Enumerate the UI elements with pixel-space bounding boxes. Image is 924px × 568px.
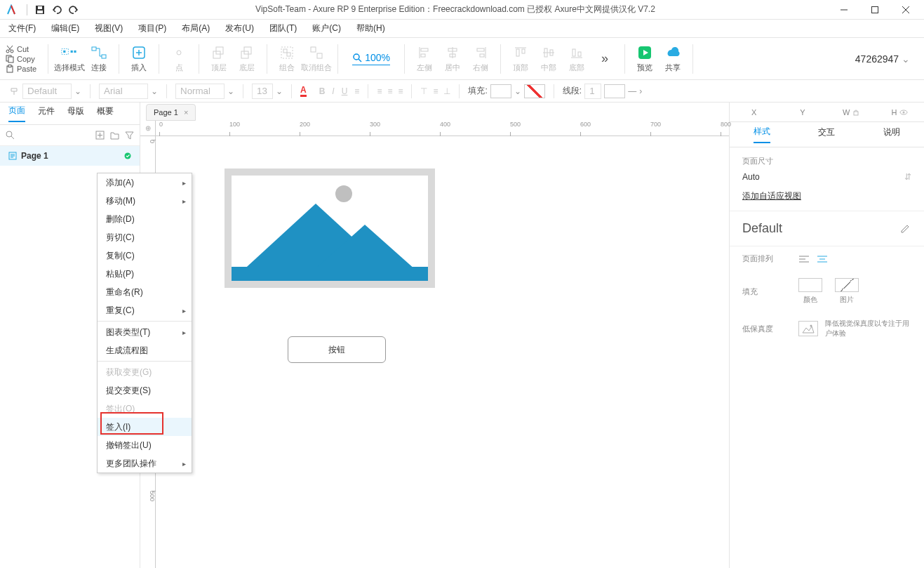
valign-bot[interactable]: ⊥ (443, 86, 450, 96)
ctx-commit[interactable]: 提交变更(S) (98, 381, 192, 399)
connect-button[interactable]: 连接 (85, 44, 113, 73)
lock-icon[interactable] (852, 109, 859, 116)
weight-picker[interactable]: ⌄ (171, 84, 239, 99)
bullets-button[interactable]: ≡ (354, 86, 359, 96)
font-picker[interactable]: ⌄ (95, 84, 162, 99)
h-field[interactable]: H (876, 108, 924, 117)
preview-button[interactable]: 预览 (631, 44, 659, 73)
menu-project[interactable]: 项目(P) (135, 21, 169, 36)
svg-rect-30 (283, 49, 287, 53)
y-field[interactable]: Y (778, 108, 826, 117)
account-menu[interactable]: 47262947 ⌄ (855, 53, 910, 65)
redo-button[interactable] (65, 1, 82, 18)
ctx-checkin[interactable]: 签入(I) (98, 418, 192, 436)
italic-button[interactable]: I (332, 86, 334, 96)
add-page-icon[interactable] (95, 131, 105, 140)
fill-picker[interactable]: 填充: ⌄ (464, 84, 549, 98)
svg-rect-52 (573, 49, 575, 56)
fill-image-swatch[interactable]: 图片 (835, 278, 859, 305)
line-picker[interactable]: 线段: — › (558, 84, 646, 99)
tree-item-page1[interactable]: Page 1 (0, 146, 140, 166)
ctx-add[interactable]: 添加(A)▸ (98, 173, 192, 192)
paste-button[interactable]: Paste (6, 65, 36, 73)
ctx-delete[interactable]: 删除(D) (98, 210, 192, 228)
more-tools-button[interactable]: » (591, 51, 619, 67)
ruler-origin[interactable]: ⊕ (140, 121, 156, 136)
minimize-button[interactable] (829, 0, 859, 20)
menu-file[interactable]: 文件(F) (6, 21, 39, 36)
page-size-select[interactable]: Auto⇵ (742, 172, 911, 182)
filter-icon[interactable] (125, 131, 134, 140)
share-button[interactable]: 共享 (659, 44, 687, 73)
weight-input[interactable] (175, 84, 225, 99)
align-center-text[interactable]: ≡ (387, 86, 392, 96)
underline-button[interactable]: U (342, 86, 348, 96)
ctx-more-team[interactable]: 更多团队操作▸ (98, 454, 192, 473)
style-input[interactable] (22, 84, 72, 99)
right-tabs: 样式 交互 说明 (730, 122, 924, 147)
page-align-center-icon[interactable] (817, 255, 828, 263)
ctx-gen-flow[interactable]: 生成流程图 (98, 341, 192, 359)
ctx-copy[interactable]: 复制(C) (98, 246, 192, 265)
ctx-cut[interactable]: 剪切(C) (98, 228, 192, 246)
tab-style[interactable]: 样式 (754, 126, 770, 143)
ctx-move[interactable]: 移动(M)▸ (98, 192, 192, 210)
tab-outline[interactable]: 概要 (97, 105, 114, 121)
ctx-repeat[interactable]: 重复(C)▸ (98, 301, 192, 319)
copy-button[interactable]: Copy (6, 55, 36, 63)
page-tab[interactable]: Page 1 × (146, 104, 196, 121)
search-icon[interactable] (6, 131, 15, 140)
tab-masters[interactable]: 母版 (67, 105, 84, 121)
tab-notes[interactable]: 说明 (883, 126, 900, 143)
undo-button[interactable] (48, 1, 65, 18)
align-right-text[interactable]: ≡ (398, 86, 403, 96)
close-button[interactable] (890, 0, 921, 20)
insert-button[interactable]: 插入 (125, 44, 153, 73)
style-picker[interactable]: ⌄ (6, 84, 86, 99)
ctx-undo-checkout[interactable]: 撤销签出(U) (98, 436, 192, 454)
w-field[interactable]: W (827, 108, 876, 117)
tab-widgets[interactable]: 元件 (38, 105, 55, 121)
menu-help[interactable]: 帮助(H) (354, 21, 388, 36)
ctx-paste[interactable]: 粘贴(P) (98, 265, 192, 283)
save-button[interactable] (32, 1, 48, 18)
menu-edit[interactable]: 编辑(E) (48, 21, 82, 36)
text-style-group: B I U ≡ (315, 86, 364, 96)
select-mode-button[interactable]: 选择模式 (54, 44, 85, 73)
svg-point-55 (6, 131, 12, 137)
bold-button[interactable]: B (319, 86, 326, 96)
zoom-control[interactable]: 100% (352, 52, 390, 65)
menu-account[interactable]: 账户(C) (309, 21, 344, 36)
x-field[interactable]: X (730, 108, 778, 117)
style-name-header[interactable]: Default (730, 211, 924, 246)
page-align-left-icon[interactable] (798, 255, 810, 263)
valign-mid[interactable]: ≡ (433, 86, 438, 96)
add-adaptive-view-link[interactable]: 添加自适应视图 (742, 190, 911, 202)
align-left-text[interactable]: ≡ (377, 86, 382, 96)
ctx-rename[interactable]: 重命名(R) (98, 283, 192, 301)
maximize-button[interactable] (859, 0, 890, 20)
tab-interactions[interactable]: 交互 (818, 126, 835, 143)
menu-team[interactable]: 团队(T) (267, 21, 300, 36)
menu-view[interactable]: 视图(V) (92, 21, 126, 36)
button-widget[interactable]: 按钮 (288, 336, 386, 363)
edit-icon[interactable] (900, 224, 911, 234)
text-color-button[interactable]: A (296, 85, 311, 97)
visibility-icon[interactable] (899, 109, 908, 116)
ruler-horizontal[interactable]: 0 100 200 300 400 500 600 700 800 (156, 121, 729, 136)
valign-top[interactable]: ⊤ (420, 86, 427, 96)
ctx-chart-type[interactable]: 图表类型(T)▸ (98, 323, 192, 341)
cut-button[interactable]: Cut (6, 45, 36, 53)
close-tab-icon[interactable]: × (184, 108, 188, 117)
font-input[interactable] (99, 84, 148, 99)
size-input[interactable] (252, 84, 273, 99)
canvas[interactable]: 按钮 (156, 136, 729, 568)
size-picker[interactable]: ⌄ (248, 84, 287, 99)
menu-layout[interactable]: 布局(A) (179, 21, 213, 36)
tab-pages[interactable]: 页面 (8, 105, 25, 122)
add-folder-icon[interactable] (110, 131, 119, 140)
low-fidelity-swatch[interactable] (798, 321, 818, 336)
menu-publish[interactable]: 发布(U) (222, 21, 257, 36)
image-widget[interactable] (225, 169, 435, 288)
fill-color-swatch[interactable]: 颜色 (798, 278, 822, 305)
